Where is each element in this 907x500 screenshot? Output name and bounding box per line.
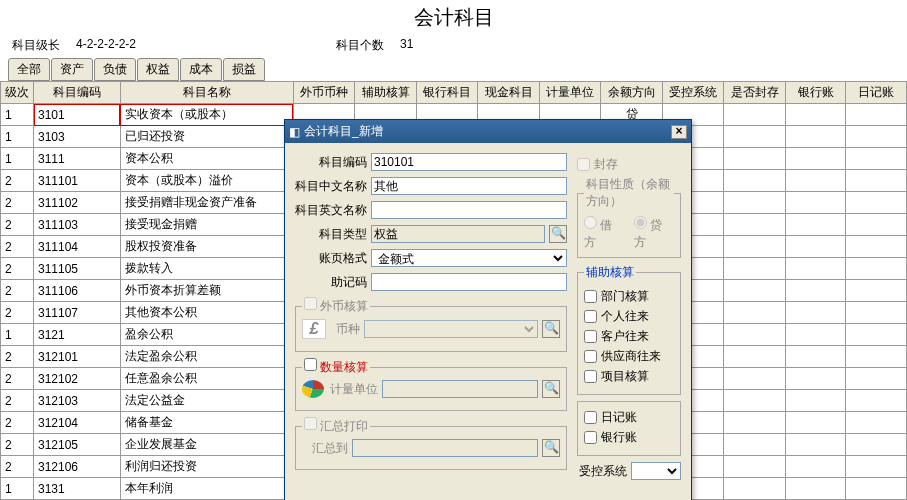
tab-2[interactable]: 负债: [94, 58, 136, 81]
ctrl-sys-label: 受控系统: [577, 463, 627, 480]
code-label: 科目编码: [295, 154, 367, 171]
type-input: [371, 225, 545, 243]
currency-icon: £: [302, 319, 326, 339]
aux-person-checkbox[interactable]: [584, 310, 597, 323]
tab-4[interactable]: 成本: [180, 58, 222, 81]
qty-group-checkbox[interactable]: [304, 358, 317, 371]
aux-group: 辅助核算 部门核算 个人往来 客户往来 供应商往来 项目核算: [577, 264, 681, 395]
level-value: 4-2-2-2-2-2: [76, 37, 136, 54]
print-to-input: [352, 439, 538, 457]
col-header[interactable]: 辅助核算: [355, 82, 417, 104]
type-label: 科目类型: [295, 226, 367, 243]
col-header[interactable]: 日记账: [846, 82, 907, 104]
aux-cust-checkbox[interactable]: [584, 330, 597, 343]
col-header[interactable]: 科目编码: [34, 82, 121, 104]
qty-label: 计量单位: [328, 381, 378, 398]
type-lookup-icon[interactable]: 🔍: [549, 225, 567, 243]
info-bar: 科目级长 4-2-2-2-2-2 科目个数 31: [0, 35, 907, 56]
qty-lookup-icon: 🔍: [542, 380, 560, 398]
col-header[interactable]: 银行账: [786, 82, 846, 104]
dialog-icon: ◧: [289, 125, 300, 139]
debit-radio: [584, 216, 597, 229]
dialog-titlebar[interactable]: ◧ 会计科目_新增 ×: [285, 120, 691, 143]
journal-checkbox[interactable]: [584, 411, 597, 424]
format-select[interactable]: 金额式: [371, 249, 567, 267]
tab-0[interactable]: 全部: [8, 58, 50, 81]
currency-select: [364, 320, 538, 338]
mnemonic-input[interactable]: [371, 273, 567, 291]
page-title: 会计科目: [0, 0, 907, 35]
currency-group: 外币核算 £ 币种 🔍: [295, 297, 567, 352]
level-label: 科目级长: [12, 37, 60, 54]
close-icon[interactable]: ×: [671, 125, 687, 139]
sealed-label: 封存: [594, 156, 618, 173]
qty-group: 数量核算 计量单位 🔍: [295, 358, 567, 411]
tab-1[interactable]: 资产: [51, 58, 93, 81]
bank-checkbox[interactable]: [584, 431, 597, 444]
dialog-title: 会计科目_新增: [304, 123, 383, 140]
format-label: 账页格式: [295, 250, 367, 267]
currency-lookup-icon: 🔍: [542, 320, 560, 338]
code-input[interactable]: [371, 153, 567, 171]
tab-3[interactable]: 权益: [137, 58, 179, 81]
currency-label: 币种: [330, 321, 360, 338]
cname-input[interactable]: [371, 177, 567, 195]
ename-input[interactable]: [371, 201, 567, 219]
count-label: 科目个数: [336, 37, 384, 54]
col-header[interactable]: 银行科目: [416, 82, 478, 104]
sealed-checkbox: [577, 158, 590, 171]
print-to-label: 汇总到: [302, 440, 348, 457]
credit-radio: [634, 216, 647, 229]
col-header[interactable]: 是否封存: [724, 82, 786, 104]
nature-group: 科目性质（余额方向） 借方 贷方: [577, 176, 681, 258]
ctrl-sys-select[interactable]: [631, 462, 681, 480]
col-header[interactable]: 外币币种: [293, 82, 355, 104]
print-group-checkbox: [304, 417, 317, 430]
ename-label: 科目英文名称: [295, 202, 367, 219]
col-header[interactable]: 级次: [1, 82, 34, 104]
count-value: 31: [400, 37, 413, 54]
add-account-dialog: ◧ 会计科目_新增 × 科目编码 科目中文名称 科目英文名称 科目类型 🔍: [284, 119, 692, 500]
currency-group-checkbox: [304, 297, 317, 310]
print-lookup-icon: 🔍: [542, 439, 560, 457]
qty-input: [382, 380, 538, 398]
aux-project-checkbox[interactable]: [584, 370, 597, 383]
pie-icon: [302, 380, 324, 398]
cname-label: 科目中文名称: [295, 178, 367, 195]
aux-vendor-checkbox[interactable]: [584, 350, 597, 363]
mnemonic-label: 助记码: [295, 274, 367, 291]
category-tabs: 全部资产负债权益成本损益: [0, 56, 907, 81]
col-header[interactable]: 现金科目: [478, 82, 540, 104]
col-header[interactable]: 受控系统: [662, 82, 724, 104]
tab-5[interactable]: 损益: [223, 58, 265, 81]
col-header[interactable]: 计量单位: [539, 82, 601, 104]
aux-dept-checkbox[interactable]: [584, 290, 597, 303]
print-group: 汇总打印 汇总到 🔍: [295, 417, 567, 470]
book-group: 日记账 银行账: [577, 401, 681, 456]
col-header[interactable]: 余额方向: [601, 82, 663, 104]
col-header[interactable]: 科目名称: [120, 82, 293, 104]
